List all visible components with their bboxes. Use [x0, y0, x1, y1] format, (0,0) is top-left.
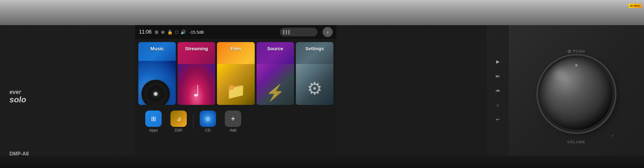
source-label: Source: [267, 46, 283, 51]
tiles-grid: Music Streaming ♩ Files 📁: [138, 42, 333, 105]
prev-button[interactable]: ⏮: [493, 86, 502, 95]
dock-divider: [193, 114, 193, 129]
tile-files[interactable]: Files 📁: [217, 42, 254, 105]
volume-icon: 🔊: [180, 30, 186, 35]
music-note-icon: ♪: [327, 30, 329, 35]
search-bar[interactable]: ▌▌▌: [280, 28, 318, 36]
volume-label: VOLUME: [567, 140, 586, 144]
apps-label: Apps: [149, 128, 158, 133]
tile-settings[interactable]: Settings ⚙: [296, 42, 333, 105]
hi-res-badge: Hi-Res: [629, 4, 641, 8]
dock-add[interactable]: + Add: [221, 109, 245, 134]
home-button[interactable]: ⌂: [493, 100, 502, 110]
waveform-icon: ▌▌▌: [283, 30, 291, 34]
apps-icon: ⊞: [145, 111, 162, 127]
volume-minus: −: [539, 134, 541, 138]
brand-name: ever solo: [9, 89, 26, 104]
next-button[interactable]: ⏭: [493, 71, 502, 81]
volume-level: -15.5dB: [190, 30, 204, 35]
settings-label: Settings: [305, 46, 324, 51]
device-body: ever solo DMP-A8 MUSIC STREAMER / DAP / …: [0, 0, 644, 168]
back-button[interactable]: ↩: [493, 115, 502, 124]
music-icon: ♩: [193, 82, 200, 100]
push-label: ⏻ PUSH: [568, 49, 586, 53]
volume-knob[interactable]: [540, 58, 613, 130]
status-icons: ⊞ ⊕ 🔒 □ 🔊 -15.5dB: [155, 30, 277, 35]
add-icon: +: [225, 111, 241, 127]
dock-apps[interactable]: ⊞ Apps: [142, 109, 165, 134]
dock-dsp[interactable]: ⊿ DSP: [167, 109, 191, 134]
tile-source[interactable]: Source ⚡: [257, 42, 294, 105]
volume-labels: − +: [539, 134, 614, 138]
top-bar: [0, 0, 644, 25]
volume-plus: +: [612, 134, 614, 138]
add-label: Add: [230, 128, 236, 133]
bottom-dock: ⊞ Apps ⊿ DSP ◎ CD: [138, 107, 333, 136]
dsp-icon: ⊿: [170, 111, 187, 127]
vinyl-disc: [142, 80, 170, 105]
main-content: Music Streaming ♩ Files 📁: [135, 39, 336, 155]
cd-disc-icon: ◎: [205, 115, 210, 122]
dsp-wave-icon: ⊿: [176, 115, 181, 122]
source-icon: ⚡: [265, 84, 285, 102]
bottom-strip: [0, 155, 644, 168]
battery-icon: □: [175, 30, 178, 35]
lock-icon: 🔒: [167, 30, 173, 35]
knob-shine: [550, 64, 569, 83]
network-icon: ⊞: [155, 30, 158, 35]
plus-icon: +: [231, 114, 235, 123]
left-panel: ever solo DMP-A8 MUSIC STREAMER / DAP / …: [0, 25, 135, 168]
gear-icon: ⚙: [307, 79, 322, 99]
screen: 11:06 ⊞ ⊕ 🔒 □ 🔊 -15.5dB ▌▌▌ ♪: [135, 25, 336, 155]
dock-cd[interactable]: ◎ CD: [196, 109, 220, 134]
streaming-label: Streaming: [185, 46, 208, 51]
clock: 11:06: [139, 29, 152, 35]
dsp-label: DSP: [175, 128, 183, 133]
status-bar: 11:06 ⊞ ⊕ 🔒 □ 🔊 -15.5dB ▌▌▌ ♪: [135, 25, 336, 39]
cd-label: CD: [205, 128, 210, 133]
side-controls: ▶ ⏭ ⏮ ⌂ ↩: [487, 25, 509, 155]
logo: ever solo: [9, 89, 26, 104]
folder-icon: 📁: [226, 82, 246, 100]
cd-icon: ◎: [200, 111, 216, 127]
tile-music[interactable]: Music: [138, 42, 176, 105]
apps-grid-icon: ⊞: [151, 115, 156, 122]
tile-streaming[interactable]: Streaming ♩: [178, 42, 215, 105]
volume-knob-container[interactable]: [540, 58, 613, 130]
music-label: Music: [150, 46, 164, 51]
files-label: Files: [230, 46, 241, 51]
wifi-icon: ⊕: [161, 30, 165, 35]
right-panel: ⏻ PUSH − + VOLUME: [509, 25, 644, 168]
now-playing-button[interactable]: ♪: [323, 27, 333, 37]
play-button[interactable]: ▶: [493, 57, 502, 66]
